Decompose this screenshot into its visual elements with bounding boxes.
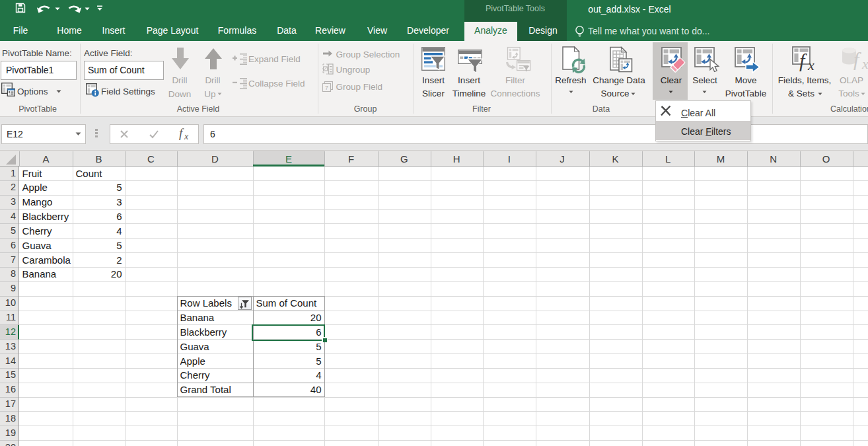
svg-text:x: x [807,57,814,73]
svg-text:7: 7 [325,85,328,91]
svg-text:x: x [861,56,868,72]
svg-text:f: f [853,48,861,70]
svg-text:f: f [179,126,184,140]
svg-text:x: x [184,131,189,141]
